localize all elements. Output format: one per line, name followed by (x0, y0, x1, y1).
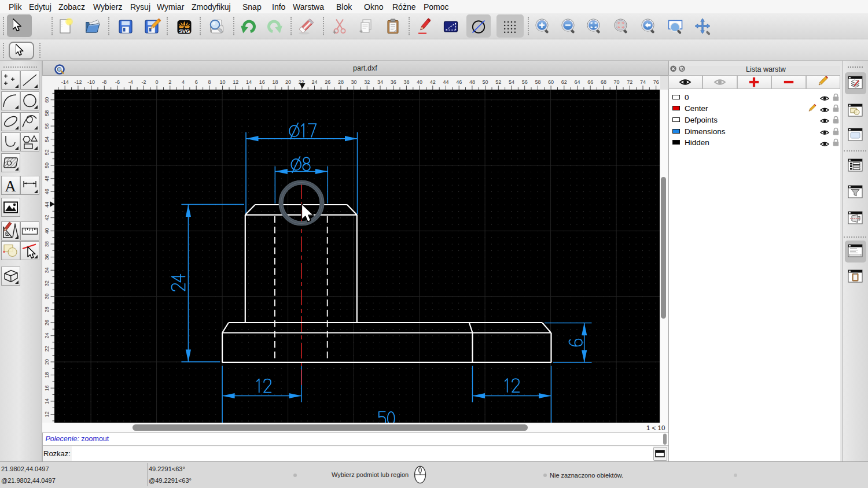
svg-text:30: 30 (351, 79, 356, 85)
svg-text:60: 60 (548, 79, 554, 85)
svg-text:56: 56 (521, 79, 527, 85)
svg-text:52: 52 (43, 149, 49, 155)
svg-text:-6: -6 (115, 79, 119, 85)
svg-text:28: 28 (43, 306, 49, 312)
svg-text:12: 12 (43, 411, 49, 417)
svg-text:70: 70 (613, 79, 619, 85)
svg-text:58: 58 (43, 110, 49, 116)
svg-text:60: 60 (43, 97, 49, 103)
svg-text:68: 68 (600, 79, 606, 85)
svg-text:72: 72 (627, 79, 632, 85)
svg-text:26: 26 (325, 79, 330, 85)
svg-text:12: 12 (233, 79, 238, 85)
svg-text:42: 42 (43, 215, 49, 221)
svg-text:24: 24 (43, 333, 49, 339)
svg-text:8: 8 (208, 79, 211, 85)
svg-text:14: 14 (43, 398, 49, 404)
svg-text:54: 54 (508, 79, 514, 85)
svg-text:40: 40 (417, 79, 422, 85)
svg-text:32: 32 (364, 79, 370, 85)
svg-text:18: 18 (43, 372, 49, 378)
svg-text:42: 42 (429, 79, 435, 85)
svg-text:20: 20 (43, 359, 49, 365)
svg-text:40: 40 (43, 228, 49, 234)
svg-text:28: 28 (337, 79, 343, 85)
svg-text:58: 58 (535, 79, 540, 85)
svg-text:46: 46 (43, 188, 49, 194)
svg-text:SVG: SVG (179, 28, 190, 34)
svg-text:56: 56 (43, 123, 49, 129)
svg-text:48: 48 (43, 176, 49, 182)
svg-text:10: 10 (219, 79, 225, 85)
svg-text:44: 44 (43, 202, 49, 208)
svg-text:38: 38 (403, 79, 409, 85)
svg-text:2: 2 (168, 79, 171, 85)
svg-text:-2: -2 (141, 79, 146, 85)
svg-text:26: 26 (43, 320, 49, 326)
svg-text:4: 4 (181, 79, 184, 85)
svg-text:36: 36 (390, 79, 396, 85)
svg-text:34: 34 (377, 79, 382, 85)
svg-text:-12: -12 (74, 79, 82, 85)
svg-text:44: 44 (443, 79, 448, 85)
svg-text:76: 76 (653, 79, 659, 85)
svg-text:18: 18 (272, 79, 278, 85)
svg-text:50: 50 (43, 162, 49, 168)
svg-text:64: 64 (574, 79, 580, 85)
svg-text:16: 16 (259, 79, 264, 85)
svg-text:52: 52 (495, 79, 501, 85)
svg-text:A: A (5, 178, 16, 195)
svg-text:62: 62 (561, 79, 567, 85)
svg-text:48: 48 (469, 79, 475, 85)
svg-text:66: 66 (587, 79, 593, 85)
svg-text:74: 74 (639, 79, 645, 85)
svg-text:30: 30 (43, 294, 49, 300)
svg-text:16: 16 (43, 385, 49, 391)
svg-text:22: 22 (43, 346, 49, 352)
svg-text:54: 54 (43, 136, 49, 142)
svg-text:14: 14 (245, 79, 251, 85)
svg-text:34: 34 (43, 267, 49, 273)
svg-text:-8: -8 (102, 79, 106, 85)
svg-text:46: 46 (456, 79, 462, 85)
svg-text:0: 0 (155, 79, 158, 85)
svg-text:6: 6 (194, 79, 197, 85)
svg-text:-14: -14 (61, 79, 68, 85)
svg-text:20: 20 (285, 79, 291, 85)
svg-text:36: 36 (43, 254, 49, 260)
svg-text:-4: -4 (128, 79, 133, 85)
svg-text:32: 32 (43, 280, 49, 286)
svg-text:50: 50 (482, 79, 488, 85)
svg-text:24: 24 (311, 79, 317, 85)
svg-text:-10: -10 (87, 79, 95, 85)
svg-text:38: 38 (43, 241, 49, 247)
